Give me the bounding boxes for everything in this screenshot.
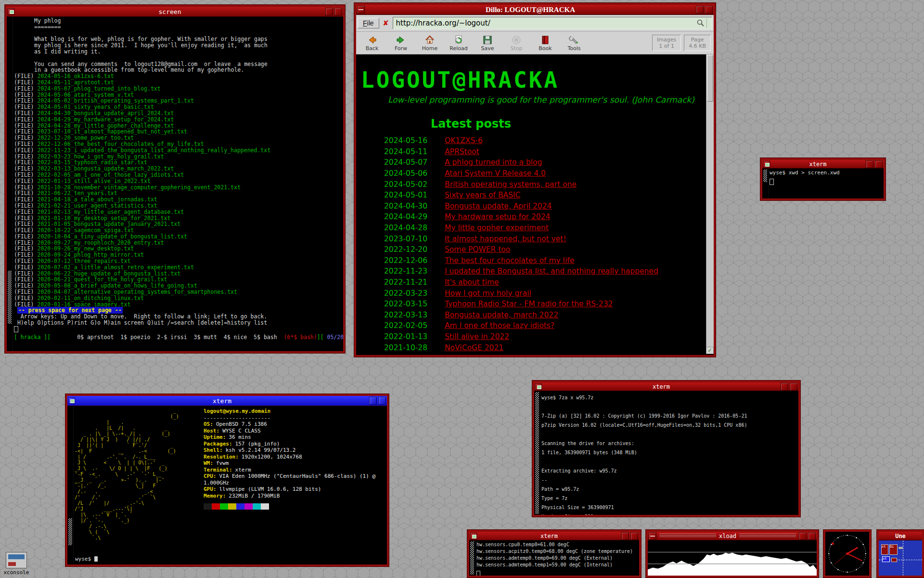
xterm-neofetch-window: xterm _ (_) | . . |L /| . _ _ . |\ <box>65 394 389 566</box>
sysinfo-line: Memory:232MiB / 1790MiB <box>204 493 386 499</box>
post-link[interactable]: It's about time <box>445 278 499 287</box>
post-date: 2024-05-02 <box>384 180 432 189</box>
post-link[interactable]: How I got my holy grail <box>445 289 531 298</box>
terminal-color-palette <box>204 503 386 510</box>
window-menu-button[interactable] <box>68 397 75 404</box>
pager-mini-window[interactable]: xt <box>881 544 888 555</box>
pager-mini-window[interactable]: Di <box>889 544 898 555</box>
xterm-titlebar[interactable]: xterm <box>534 382 798 391</box>
bookmarks-button[interactable]: Book <box>531 34 559 52</box>
reload-button[interactable]: Reload <box>445 34 473 52</box>
xterm-scrollbar[interactable] <box>7 17 13 351</box>
post-link[interactable]: I updated the Bongusta list, and nothing… <box>445 267 658 276</box>
post-date: 2024-05-16 <box>384 136 432 145</box>
xterm-scrollbar[interactable] <box>534 391 540 515</box>
post-link[interactable]: NoViCoGE 2021 <box>445 343 503 352</box>
post-link[interactable]: My hardware setup for 2024 <box>445 212 550 221</box>
iconify-button[interactable] <box>621 532 629 540</box>
maximize-button[interactable] <box>630 532 638 540</box>
post-link[interactable]: Bongusta update, April 2024 <box>445 202 552 210</box>
xterm-scrollbar[interactable] <box>469 540 475 576</box>
post-link[interactable]: Still alive in 2022 <box>445 332 509 341</box>
post-link[interactable]: Typhoon Radio Star - FM radio for the RS… <box>445 300 613 308</box>
iconify-button[interactable] <box>369 397 377 405</box>
cursor-line <box>14 326 342 333</box>
bug-meter-icon[interactable]: ✓ <box>706 347 714 354</box>
xconsole-icon[interactable] <box>6 552 27 568</box>
post-link[interactable]: My little gopher experiment <box>445 223 549 232</box>
post-link[interactable]: British operating systems, part one <box>445 180 577 189</box>
window-menu-button[interactable] <box>649 532 656 540</box>
post-link[interactable]: APRStoot <box>445 147 479 156</box>
pager-mini-window[interactable] <box>891 558 897 562</box>
xterm-content[interactable]: _ (_) | . . |L /| . _ _ . |\ _| \--+._/|… <box>67 406 387 565</box>
maximize-button[interactable] <box>334 8 342 15</box>
post-row: 2024-04-29 My hardware setup for 2024 <box>356 211 714 223</box>
iconify-button[interactable] <box>696 6 704 13</box>
pager-mini-window-active[interactable]: xt <box>882 556 890 562</box>
screen-titlebar[interactable]: screen <box>7 7 343 17</box>
window-menu-button[interactable] <box>470 533 477 539</box>
xterm-titlebar[interactable]: xterm <box>762 160 884 169</box>
post-link[interactable]: It almost happened, but not yet! <box>445 235 566 243</box>
xload-window: xload <box>646 530 819 578</box>
clock-face <box>825 532 869 576</box>
url-dropdown-handle[interactable] <box>706 18 711 28</box>
maximize-button[interactable] <box>378 397 386 405</box>
window-menu-button[interactable] <box>8 8 14 15</box>
xterm-titlebar[interactable]: xterm <box>469 532 639 540</box>
post-link[interactable]: Bongusta update, march 2022 <box>445 311 558 319</box>
window-menu-button[interactable] <box>535 383 542 390</box>
maximize-button[interactable] <box>705 6 713 13</box>
openbsd-ascii-art: _ (_) | . . |L /| . _ _ . |\ _| \--+._/|… <box>75 408 204 564</box>
post-link[interactable]: Sixty years of BASIC <box>445 191 520 199</box>
dillo-titlebar[interactable]: Dillo: LOGOUT@HRACKA <box>356 5 714 15</box>
maximize-button[interactable] <box>790 383 797 391</box>
window-menu-button[interactable] <box>357 6 365 13</box>
xterm-titlebar-active[interactable]: xterm <box>67 396 387 406</box>
sysinfo-line: OS:OpenBSD 7.5 i386 <box>204 421 386 428</box>
xterm-content[interactable]: wyse$ 7za x w95.7z 7-Zip (a) [32] 16.02 … <box>534 391 798 515</box>
forward-button[interactable]: Forw <box>387 34 415 52</box>
save-button[interactable]: Save <box>474 34 501 52</box>
post-date: 2024-05-01 <box>384 191 432 199</box>
pager-titlebar[interactable]: Une <box>879 532 922 540</box>
save-floppy-icon <box>482 35 493 45</box>
iconify-button[interactable] <box>799 532 807 540</box>
url-input[interactable] <box>394 19 696 27</box>
window-menu-button[interactable] <box>763 161 770 168</box>
iconify-button[interactable] <box>781 383 788 391</box>
back-button[interactable]: Back <box>358 34 386 52</box>
xterm-content[interactable]: wyse$ xwd > screen.xwd <box>762 169 884 198</box>
maximize-button[interactable] <box>808 532 816 540</box>
pager-mini-window[interactable] <box>898 547 903 549</box>
iconify-button[interactable] <box>866 160 873 168</box>
screen-terminal-content[interactable]: My phlog ======== What blog is for web, … <box>7 17 343 351</box>
tools-button[interactable]: Tools <box>560 34 588 52</box>
xterm-scrollbar[interactable] <box>67 406 74 565</box>
maximize-button[interactable] <box>875 160 883 168</box>
post-link[interactable]: The best four chocolates of my life <box>445 256 574 265</box>
post-link[interactable]: Atari System V Release 4.0 <box>445 169 546 178</box>
post-link[interactable]: OK1ZXS-6 <box>445 136 483 145</box>
file-menu-button[interactable]: File <box>358 18 379 28</box>
xterm-content[interactable]: hw.sensors.cpu0.temp0=61.00 degC hw.sens… <box>469 540 639 576</box>
xload-titlebar[interactable]: xload <box>648 532 817 540</box>
post-link[interactable]: Am I one of those lazy idiots? <box>445 321 554 330</box>
post-row: 2024-05-06 Atari System V Release 4.0 <box>356 168 714 179</box>
pager-pages[interactable]: xt Di xt <box>879 540 922 576</box>
iconify-button[interactable] <box>325 8 333 15</box>
post-row: 2022-12-20 Some POWER too <box>356 244 714 255</box>
xterm-scrollbar[interactable] <box>762 169 769 198</box>
icon-label: xconsole <box>3 569 30 576</box>
home-button[interactable]: Home <box>416 34 444 52</box>
search-icon[interactable] <box>696 19 705 27</box>
post-link[interactable]: A phlog turned into a blog <box>445 158 542 167</box>
post-date: 2024-05-07 <box>384 158 432 167</box>
post-link[interactable]: Some POWER too <box>445 245 510 254</box>
scrollbar-thumb[interactable] <box>8 271 12 324</box>
xconsole-desktop-icon[interactable]: xconsole <box>3 552 30 576</box>
scrollbar-thumb[interactable] <box>707 55 713 102</box>
page-scrollbar[interactable] <box>706 54 714 354</box>
close-x-button[interactable]: ✘ <box>381 18 391 28</box>
